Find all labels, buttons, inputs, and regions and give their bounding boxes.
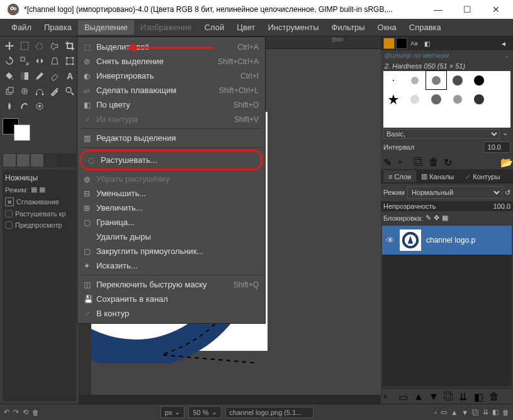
- merge-icon[interactable]: ⇊: [459, 391, 469, 401]
- reset-icon[interactable]: ⟲: [23, 408, 28, 416]
- tool-scale[interactable]: [18, 54, 31, 68]
- sb-icon[interactable]: ▼: [461, 409, 468, 416]
- maximize-button[interactable]: ☐: [453, 0, 482, 19]
- dd-round-rect[interactable]: ▢Закруглить прямоугольник...: [77, 244, 265, 258]
- dup-icon[interactable]: ⿻: [414, 157, 424, 167]
- tool-rect-select[interactable]: [18, 39, 31, 53]
- brush-item[interactable]: [405, 71, 426, 89]
- brush-item[interactable]: [383, 90, 404, 108]
- preset-select[interactable]: Basic,: [383, 129, 500, 139]
- dd-quick-mask[interactable]: ◫Переключить быструю маскуShift+Q: [77, 277, 265, 292]
- checkbox-icon[interactable]: [5, 221, 13, 229]
- dd-shrink[interactable]: ⊟Уменьшить...: [77, 186, 265, 201]
- group-icon[interactable]: ▭: [398, 391, 409, 401]
- filter-row[interactable]: фильтр по меткам ⌄: [381, 50, 513, 61]
- new-layer-icon[interactable]: ▫: [383, 391, 393, 401]
- brush-item[interactable]: [426, 90, 447, 108]
- tool-paths[interactable]: [33, 84, 47, 98]
- sb-icon[interactable]: ◧: [492, 408, 499, 416]
- brush-item[interactable]: [468, 90, 489, 108]
- menu-filters[interactable]: Фильтры: [325, 20, 371, 35]
- menu-windows[interactable]: Окна: [371, 20, 403, 35]
- menu-tools[interactable]: Инструменты: [261, 20, 325, 35]
- tab-brushes[interactable]: [383, 38, 395, 49]
- minimize-button[interactable]: —: [424, 0, 453, 19]
- tool-zoom[interactable]: [63, 84, 77, 98]
- lock-position-icon[interactable]: ✥: [434, 214, 439, 222]
- chevron-down-icon[interactable]: ⌄: [504, 52, 509, 60]
- dock-tab-3[interactable]: [31, 154, 43, 167]
- up-icon[interactable]: ▲: [414, 391, 424, 401]
- close-button[interactable]: ✕: [482, 0, 510, 19]
- brush-item[interactable]: [405, 90, 426, 108]
- tool-fuzzy-select[interactable]: [48, 39, 62, 53]
- sb-icon[interactable]: ▭: [441, 408, 447, 416]
- unit-select[interactable]: px ⌄: [161, 406, 185, 418]
- dup-layer-icon[interactable]: ⿻: [444, 391, 454, 401]
- dock-tab-4[interactable]: [45, 154, 57, 167]
- tool-clone[interactable]: [3, 84, 16, 98]
- down-icon[interactable]: ▼: [429, 391, 439, 401]
- menu-edit[interactable]: Правка: [38, 20, 78, 35]
- dd-selection-editor[interactable]: ▥Редактор выделения: [77, 131, 265, 145]
- layer-name[interactable]: channel logo.p: [426, 236, 475, 245]
- new-icon[interactable]: ▫: [398, 157, 409, 167]
- tab-fonts[interactable]: Aa: [409, 38, 420, 49]
- menu-color[interactable]: Цвет: [230, 20, 261, 35]
- layer-thumbnail[interactable]: [400, 229, 421, 251]
- dd-grow[interactable]: ⊞Увеличить...: [77, 201, 265, 215]
- tool-text[interactable]: A: [63, 69, 77, 83]
- tool-heal[interactable]: [18, 84, 31, 98]
- tool-dodge[interactable]: [33, 99, 47, 113]
- sb-icon[interactable]: ⇊: [483, 408, 488, 416]
- lock-pixels-icon[interactable]: ✎: [426, 214, 431, 222]
- zoom-select[interactable]: 50 % ⌄: [188, 406, 221, 418]
- dd-by-color[interactable]: ◧По цветуShift+O: [77, 97, 265, 112]
- tool-smudge[interactable]: [18, 99, 31, 113]
- menu-help[interactable]: Справка: [403, 20, 448, 35]
- tab-paths[interactable]: ⟋ Контуры: [459, 170, 505, 182]
- tab-layers[interactable]: ≡ Слои: [383, 170, 416, 182]
- dd-remove-holes[interactable]: Удалить дыры: [77, 229, 265, 244]
- opt-antialias[interactable]: ✕ Сглаживание: [5, 196, 74, 208]
- scrollbar-horizontal[interactable]: [79, 395, 381, 404]
- tool-bucket[interactable]: [3, 69, 16, 83]
- opacity-value[interactable]: 100.0: [493, 202, 510, 210]
- mask-icon[interactable]: ◧: [474, 391, 484, 401]
- open-icon[interactable]: 📂: [500, 157, 510, 167]
- sb-icon[interactable]: 🗑: [502, 409, 509, 416]
- dd-float[interactable]: ▱Сделать плавающимShift+Ctrl+L: [77, 83, 265, 97]
- tool-pencil[interactable]: [33, 69, 47, 83]
- menu-file[interactable]: Файл: [5, 20, 38, 35]
- dock-tab-1[interactable]: [3, 154, 16, 167]
- del-icon[interactable]: 🗑: [429, 157, 439, 167]
- tool-gradient[interactable]: [18, 69, 31, 83]
- layer-item[interactable]: 👁 channel logo.p: [382, 226, 512, 255]
- sb-icon[interactable]: ▲: [451, 409, 458, 416]
- tool-flip[interactable]: [33, 54, 47, 68]
- lock-alpha-icon[interactable]: ▦: [442, 214, 448, 222]
- tool-cage[interactable]: [63, 54, 77, 68]
- tool-crop[interactable]: [63, 39, 77, 53]
- brush-item[interactable]: [447, 71, 468, 89]
- dd-to-path[interactable]: ⟋В контур: [77, 306, 265, 321]
- brush-item-selected[interactable]: [426, 71, 447, 89]
- menu-select[interactable]: Выделение: [78, 20, 134, 35]
- menu-image[interactable]: Изображение: [134, 20, 198, 35]
- edit-icon[interactable]: ✎: [383, 157, 393, 167]
- brush-item[interactable]: [490, 90, 510, 108]
- bg-color-swatch[interactable]: [14, 124, 30, 141]
- delete-icon[interactable]: 🗑: [32, 409, 39, 416]
- dock-tab-2[interactable]: [17, 154, 30, 167]
- tab-menu-icon[interactable]: ◄: [498, 38, 509, 49]
- brush-item[interactable]: [383, 71, 404, 89]
- opt-feather[interactable]: Растушевать кр: [5, 208, 74, 219]
- brush-item[interactable]: [468, 71, 489, 89]
- blend-mode-select[interactable]: Нормальный: [407, 186, 502, 199]
- chevron-down-icon[interactable]: ⌄: [500, 129, 510, 139]
- mode-icons[interactable]: ▦ ▦: [31, 185, 45, 194]
- tool-eraser[interactable]: [48, 69, 62, 83]
- sb-icon[interactable]: ⿻: [472, 409, 479, 416]
- tab-patterns[interactable]: [396, 38, 407, 49]
- brush-item[interactable]: [447, 90, 468, 108]
